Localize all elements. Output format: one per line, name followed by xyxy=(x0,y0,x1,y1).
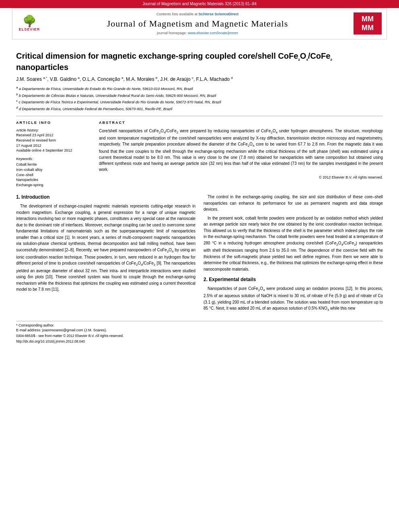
abstract-column: ABSTRACT Core/shell nanoparticles of CoF… xyxy=(99,120,383,187)
journal-citation-text: Journal of Magnetism and Magnetic Materi… xyxy=(142,2,257,6)
history-label: Article history: xyxy=(16,128,93,133)
keyword-1: Cobalt ferrite xyxy=(16,162,93,167)
affil-a: a a Departamento de Física, Universidade… xyxy=(16,85,383,92)
body-section: 1. Introduction The development of excha… xyxy=(16,194,383,315)
journal-name: Journal of Magnetism and Magnetic Materi… xyxy=(41,18,354,30)
authors-line: J.M. Soares a,*, V.B. Galdino a, O.L.A. … xyxy=(16,76,383,83)
journal-header: 🌳 ELSEVIER Contents lists available at S… xyxy=(12,8,387,39)
journal-logo-box: MMMM xyxy=(354,12,382,35)
introduction-continuation: The control in the exchange-spring coupl… xyxy=(204,194,383,272)
body-right-column: The control in the exchange-spring coupl… xyxy=(204,194,383,315)
experimental-text: Nanoparticles of pure CoFe2O4 were produ… xyxy=(204,286,383,313)
main-content: Critical dimension for magnetic exchange… xyxy=(0,39,399,349)
elsevier-logo: 🌳 ELSEVIER xyxy=(17,14,41,34)
received-date: Received 23 April 2012 xyxy=(16,133,93,138)
email-note: E-mail address: joaomsoares@gmail.com (J… xyxy=(16,328,383,333)
introduction-text: The development of exchange-coupled magn… xyxy=(16,203,195,293)
affiliations: a a Departamento de Física, Universidade… xyxy=(16,85,383,112)
body-left-column: 1. Introduction The development of excha… xyxy=(16,194,195,315)
keyword-2: Iron–cobalt alloy xyxy=(16,167,93,173)
info-abstract-area: ARTICLE INFO Article history: Received 2… xyxy=(16,120,383,187)
available-date: Available online 4 September 2012 xyxy=(16,148,93,153)
article-info-heading: ARTICLE INFO xyxy=(16,120,93,125)
abstract-heading: ABSTRACT xyxy=(99,120,383,125)
sciverse-line: Contents lists available at SciVerse Sci… xyxy=(41,12,354,17)
article-title: Critical dimension for magnetic exchange… xyxy=(16,51,383,72)
revised-label: Received in revised form xyxy=(16,138,93,143)
copyright-line: © 2012 Elsevier B.V. All rights reserved… xyxy=(99,175,383,180)
article-info-column: ARTICLE INFO Article history: Received 2… xyxy=(16,120,93,187)
sciverse-link[interactable]: SciVerse ScienceDirect xyxy=(199,12,239,16)
elsevier-branding: 🌳 ELSEVIER xyxy=(17,14,41,34)
experimental-heading: 2. Experimental details xyxy=(204,276,383,283)
body-two-col: 1. Introduction The development of excha… xyxy=(16,194,383,315)
keyword-4: Nanoparticles xyxy=(16,177,93,183)
footnote-area: * Corresponding author. E-mail address: … xyxy=(16,321,383,344)
corresponding-note: * Corresponding author. xyxy=(16,323,383,328)
doi-line: http://dx.doi.org/10.1016/j.jmmm.2012.08… xyxy=(16,339,383,344)
keyword-3: Core–shell xyxy=(16,173,93,178)
keyword-5: Exchange-spring xyxy=(16,183,93,188)
divider-1 xyxy=(16,116,383,116)
issn-line: 0304-8853/$ - see front matter © 2012 El… xyxy=(16,334,383,339)
homepage-link[interactable]: www.elsevier.com/locate/jmmm xyxy=(188,31,238,35)
journal-citation-bar: Journal of Magnetism and Magnetic Materi… xyxy=(0,0,399,8)
tree-icon: 🌳 xyxy=(23,16,37,27)
affil-d: d d Departamento de Física, Universidade… xyxy=(16,105,383,112)
affil-b: b b Departamento de Ciências Btutas e Na… xyxy=(16,92,383,99)
journal-homepage-line: journal homepage: www.elsevier.com/locat… xyxy=(41,31,354,36)
journal-title-area: Contents lists available at SciVerse Sci… xyxy=(41,12,354,36)
revised-date: 17 August 2012 xyxy=(16,143,93,148)
abstract-text: Core/shell nanoparticles of CoFe2O4/CoFe… xyxy=(99,128,383,173)
elsevier-wordmark: ELSEVIER xyxy=(19,27,40,32)
introduction-heading: 1. Introduction xyxy=(16,194,195,201)
mm-logo: MMMM xyxy=(362,15,374,32)
affil-c: c c Departamento de Física Teórica e Exp… xyxy=(16,99,383,105)
keywords-label: Keywords: xyxy=(16,156,93,162)
